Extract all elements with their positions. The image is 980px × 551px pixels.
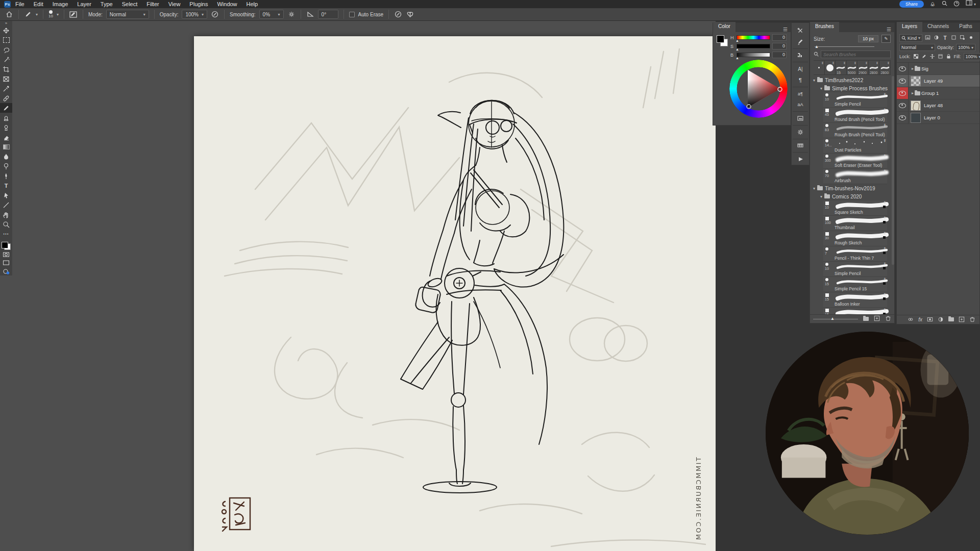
brush-item[interactable]: 15✎Balloon Inker (823, 308, 887, 314)
tab-color[interactable]: Color (713, 22, 736, 32)
layer-fill-field[interactable]: 100%▾ (964, 53, 980, 60)
link-layers-icon[interactable] (908, 316, 914, 323)
share-button[interactable]: Share (899, 1, 924, 8)
layer-row[interactable]: Layer 0 (897, 112, 979, 124)
marquee-tool[interactable] (0, 35, 12, 45)
foreground-background-swatches[interactable] (2, 242, 11, 250)
brush-item[interactable]: 10✎Square Sketch (823, 201, 887, 216)
blend-mode-dropdown[interactable]: Normal▾ (899, 44, 935, 51)
menu-image[interactable]: Image (48, 0, 73, 8)
lock-position-icon[interactable] (929, 54, 935, 60)
brush-folder[interactable]: ▾Comics 2020 (810, 192, 894, 201)
lock-all-icon[interactable] (946, 54, 951, 60)
paragraph-icon[interactable]: ¶ (794, 74, 807, 86)
gradient-tool[interactable] (0, 142, 12, 152)
healing-brush-tool[interactable] (0, 93, 12, 103)
brush-item[interactable]: 7✎Pencil - Think Thin 7 (823, 246, 887, 262)
layer-name[interactable]: Layer 0 (924, 115, 940, 120)
menu-help[interactable]: Help (242, 0, 263, 8)
brush-search-input[interactable] (821, 51, 891, 58)
edit-toolbar[interactable]: ⋯ (0, 229, 12, 239)
character-icon[interactable]: A| (794, 63, 807, 74)
smoothing-gear-icon[interactable] (287, 10, 296, 18)
recent-brush[interactable]: ✎5000 (847, 61, 858, 74)
zoom-tool[interactable] (0, 219, 12, 229)
bell-icon[interactable]: 🕭 (930, 1, 936, 8)
brush-item[interactable]: 45✎Round Brush (Pencil Tool) (823, 108, 887, 123)
filter-toggle-icon[interactable] (968, 35, 974, 41)
brush-item[interactable]: 15✎Balloon Inker (823, 292, 887, 308)
color-panel-swatches[interactable] (717, 35, 728, 46)
layer-row[interactable]: ▸Sig (897, 63, 979, 75)
menu-layer[interactable]: Layer (72, 0, 96, 8)
brush-settings-icon[interactable] (794, 36, 807, 47)
recent-brush[interactable]: ✎2800 (869, 61, 880, 74)
brush-item[interactable]: 70✎Airbrush (823, 169, 887, 184)
tool-preset-chevron[interactable]: ▾ (36, 12, 38, 17)
delete-brush-icon[interactable] (885, 315, 891, 322)
layer-effects-icon[interactable]: fx (918, 317, 922, 322)
filter-type-layers-icon[interactable]: T (942, 35, 948, 41)
layer-visibility-eye[interactable] (897, 63, 909, 74)
brush-folder[interactable]: ▾Simple Process Brushes (810, 84, 894, 92)
layer-thumbnail[interactable] (911, 113, 921, 123)
hue-slider[interactable]: ▲ (737, 35, 770, 40)
group-expand-chevron[interactable]: ▸ (912, 66, 914, 71)
blur-tool[interactable] (0, 152, 12, 161)
document-canvas[interactable]: TIMMCBURNIE.COM (194, 36, 716, 551)
layer-name[interactable]: Layer 48 (924, 103, 943, 108)
recent-brush[interactable]: ✎2800 (879, 61, 891, 74)
lasso-tool[interactable] (0, 45, 12, 55)
saturation-value[interactable]: 0 (772, 43, 787, 49)
layer-thumbnail[interactable] (911, 76, 921, 86)
filter-kind-dropdown[interactable]: Kind▾ (899, 34, 922, 42)
brush-item[interactable]: 15✎Simple Pencil 15 (823, 277, 887, 292)
tab-brushes[interactable]: Brushes (810, 22, 839, 32)
workspace-icon[interactable]: ▾ (966, 0, 976, 8)
auto-erase-checkbox[interactable] (349, 12, 355, 17)
home-icon[interactable] (5, 10, 13, 18)
new-group-icon[interactable] (948, 317, 954, 322)
brush-folder[interactable]: ▾TimBrushes2022 (810, 76, 894, 84)
layer-row[interactable]: ▸Group 1 (897, 87, 979, 99)
layer-visibility-eye[interactable] (897, 112, 909, 123)
recent-brush[interactable]: ✎2900 (857, 61, 869, 74)
brightness-slider[interactable]: ▲ (737, 53, 770, 57)
tool-preset-icon[interactable] (24, 10, 32, 18)
clone-stamp-tool[interactable] (0, 113, 12, 122)
menu-plugins[interactable]: Plugins (185, 0, 212, 8)
brush-item[interactable]: 83✎Rough Brush (Pencil Tool) (823, 123, 887, 138)
libraries-icon[interactable] (794, 113, 807, 124)
brush-panel-toggle-icon[interactable] (69, 10, 78, 18)
brush-size-field[interactable]: 10 px (858, 35, 878, 42)
magic-wand-tool[interactable] (0, 55, 12, 64)
foreground-color-swatch[interactable] (717, 35, 724, 43)
pencil-tool[interactable] (0, 103, 12, 113)
new-group-icon[interactable] (863, 316, 869, 322)
type-tool[interactable]: T (0, 181, 12, 190)
new-layer-icon[interactable] (959, 316, 965, 323)
collapse-toolbar-icon[interactable]: » (0, 20, 12, 26)
search-icon[interactable] (942, 1, 947, 8)
tab-layers[interactable]: Layers (897, 22, 922, 32)
mode-dropdown[interactable]: Normal▾ (106, 10, 149, 19)
layer-mask-icon[interactable] (927, 316, 933, 323)
eraser-tool[interactable] (0, 132, 12, 142)
layer-row[interactable]: Layer 48 (897, 99, 979, 112)
character-styles-icon[interactable]: a¶ (794, 88, 807, 99)
brushes-panel-menu-icon[interactable]: ☰ (887, 27, 891, 32)
layer-visibility-eye[interactable] (897, 87, 909, 99)
pen-tool[interactable] (0, 171, 12, 181)
adjustment-layer-icon[interactable] (938, 316, 944, 323)
menu-select[interactable]: Select (117, 0, 142, 8)
brushes-scrollbar[interactable] (892, 76, 894, 265)
group-expand-chevron[interactable]: ▸ (912, 91, 914, 95)
hand-tool[interactable] (0, 210, 12, 219)
brush-preview[interactable]: 10 (48, 10, 53, 18)
tab-channels[interactable]: Channels (922, 22, 954, 32)
recent-brush[interactable]: ✎ (825, 61, 836, 74)
dodge-tool[interactable] (0, 161, 12, 171)
help-icon[interactable] (953, 1, 960, 8)
brush-size-slider[interactable]: ▲ (815, 44, 890, 49)
brush-item[interactable]: 14...✎Dust Particles (823, 138, 887, 154)
